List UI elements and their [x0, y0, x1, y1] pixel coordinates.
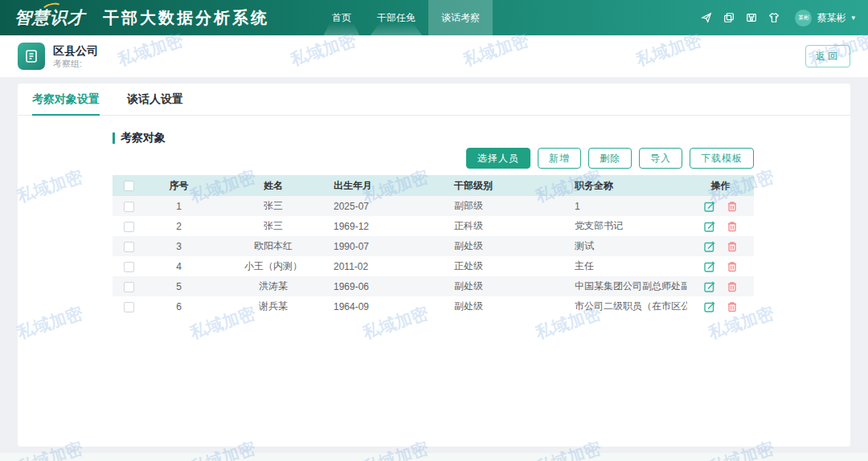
- cell-level: 副处级: [454, 236, 575, 256]
- col-title: 职务全称: [575, 175, 687, 196]
- nav-item[interactable]: 首页: [319, 0, 364, 35]
- table-row: 5 洪涛某 1969-06 副处级 中国某集团公司副总师处副...: [113, 276, 754, 296]
- delete-icon[interactable]: [727, 201, 738, 212]
- nav-item-highlight: [324, 22, 360, 35]
- edit-icon[interactable]: [704, 301, 715, 312]
- row-checkbox[interactable]: [124, 282, 134, 292]
- row-checkbox[interactable]: [124, 202, 134, 212]
- row-checkbox[interactable]: [124, 302, 134, 312]
- archive-icon[interactable]: [745, 12, 757, 24]
- nav-item[interactable]: 干部任免: [364, 0, 428, 35]
- select-all-checkbox[interactable]: [124, 181, 134, 191]
- cell-level: 副处级: [454, 276, 575, 296]
- main-card: 考察对象设置 谈话人设置 考察对象 选择人员 新增 删: [18, 84, 850, 447]
- cell-level: 副处级: [454, 296, 575, 316]
- delete-icon[interactable]: [727, 261, 738, 272]
- cell-name: 张三: [213, 216, 334, 236]
- cell-seq: 1: [145, 196, 213, 216]
- toolbar-button[interactable]: 删除: [588, 148, 632, 169]
- table-row: 6 谢兵某 1964-09 副处级 市公司二级职员（在市区公...: [113, 296, 754, 316]
- nav-item-label: 干部任免: [377, 11, 416, 25]
- cell-birth: 1990-07: [334, 236, 454, 256]
- edit-icon[interactable]: [704, 241, 715, 252]
- toolbar-button-label: 导入: [650, 152, 671, 165]
- toolbar-button-label: 新增: [549, 152, 570, 165]
- back-button[interactable]: 返回: [805, 45, 850, 67]
- user-menu[interactable]: 某彬 蔡某彬 ▾: [795, 10, 855, 27]
- toolbar-button[interactable]: 下载模板: [690, 148, 754, 169]
- col-ops: 操作: [687, 175, 754, 196]
- col-birth: 出生年月: [334, 175, 454, 196]
- section-accent-bar: [113, 133, 115, 144]
- toolbar-button[interactable]: 选择人员: [466, 148, 530, 169]
- cell-seq: 2: [145, 216, 213, 236]
- toolbar-button[interactable]: 新增: [538, 148, 581, 169]
- toolbar-button[interactable]: 导入: [639, 148, 682, 169]
- app-logo: 智慧识才: [14, 6, 85, 29]
- delete-icon[interactable]: [727, 241, 738, 252]
- table-row: 1 张三 2025-07 副部级 1: [113, 196, 754, 216]
- col-level: 干部级别: [454, 175, 575, 196]
- cell-name: 欧阳本红: [213, 236, 334, 256]
- page-subtitle: 考察组:: [53, 58, 98, 69]
- edit-icon[interactable]: [704, 221, 715, 232]
- tab-label: 谈话人设置: [127, 92, 183, 107]
- toolbar-button-label: 选择人员: [477, 152, 519, 165]
- cell-name: 小王（内测）: [213, 256, 334, 276]
- user-avatar: 某彬: [795, 10, 812, 27]
- table-row: 2 张三 1969-12 正科级 党支部书记: [113, 216, 754, 236]
- edit-icon[interactable]: [704, 201, 715, 212]
- cell-birth: 1964-09: [334, 296, 454, 316]
- tab[interactable]: 考察对象设置: [32, 84, 100, 115]
- cell-birth: 1969-06: [334, 276, 454, 296]
- theme-shirt-icon[interactable]: [768, 12, 780, 24]
- row-checkbox[interactable]: [124, 242, 134, 252]
- edit-icon[interactable]: [704, 261, 715, 272]
- cell-title: 党支部书记: [575, 216, 687, 236]
- table-row: 3 欧阳本红 1990-07 副处级 测试: [113, 236, 754, 256]
- cell-birth: 2025-07: [334, 196, 454, 216]
- cell-title: 市公司二级职员（在市区公...: [575, 296, 687, 316]
- tab[interactable]: 谈话人设置: [127, 84, 183, 115]
- edit-icon[interactable]: [704, 281, 715, 292]
- app-title: 干部大数据分析系统: [103, 7, 269, 29]
- chevron-down-icon: ▾: [851, 14, 855, 22]
- cell-title: 1: [575, 196, 687, 216]
- nav-item[interactable]: 谈话考察: [428, 0, 493, 35]
- page-title: 区县公司: [53, 44, 98, 58]
- cell-title: 主任: [575, 256, 687, 276]
- main-nav: 首页 干部任免 谈话考察: [319, 0, 493, 35]
- cell-birth: 2011-02: [334, 256, 454, 276]
- cell-birth: 1969-12: [334, 216, 454, 236]
- delete-icon[interactable]: [727, 301, 738, 312]
- section-title-text: 考察对象: [121, 131, 166, 145]
- row-checkbox[interactable]: [124, 262, 134, 272]
- cell-seq: 5: [145, 276, 213, 296]
- table-header-row: 序号 姓名 出生年月 干部级别 职务全称 操作: [113, 175, 754, 196]
- toolbar-button-label: 下载模板: [701, 152, 743, 165]
- table-row: 4 小王（内测） 2011-02 正处级 主任: [113, 256, 754, 276]
- copy-documents-icon[interactable]: [723, 12, 735, 24]
- tab-bar: 考察对象设置 谈话人设置: [18, 84, 850, 116]
- col-name: 姓名: [213, 175, 334, 196]
- document-badge-icon: [18, 43, 45, 70]
- cell-name: 洪涛某: [213, 276, 334, 296]
- col-seq: 序号: [145, 175, 213, 196]
- cell-level: 正处级: [454, 256, 575, 276]
- toolbar-button-label: 删除: [600, 152, 620, 165]
- nav-item-label: 首页: [332, 11, 351, 25]
- delete-icon[interactable]: [727, 221, 738, 232]
- cell-level: 副部级: [454, 196, 575, 216]
- cell-seq: 3: [145, 236, 213, 256]
- tab-label: 考察对象设置: [32, 92, 100, 107]
- top-navbar: 智慧识才 干部大数据分析系统 首页 干部任免 谈话考察: [0, 0, 868, 35]
- toolbar: 选择人员 新增 删除 导入 下载模板: [113, 148, 754, 169]
- cell-seq: 4: [145, 256, 213, 276]
- paper-plane-icon[interactable]: [700, 12, 712, 24]
- row-checkbox[interactable]: [124, 222, 134, 232]
- user-name: 蔡某彬: [817, 11, 845, 25]
- cell-title: 中国某集团公司副总师处副...: [575, 276, 687, 296]
- delete-icon[interactable]: [727, 281, 738, 292]
- cell-name: 谢兵某: [213, 296, 334, 316]
- section-title: 考察对象: [113, 132, 754, 145]
